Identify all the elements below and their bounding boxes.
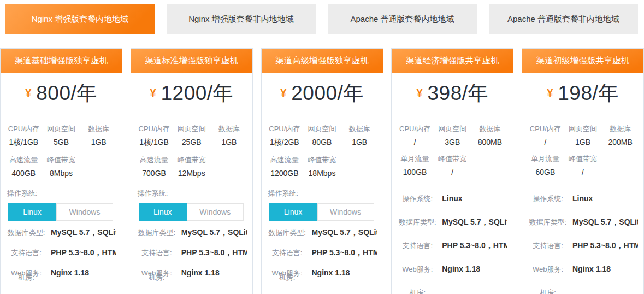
currency-symbol: ¥	[25, 87, 31, 99]
os-toggle: Linux Windows	[269, 203, 375, 221]
os-label: 操作系统:	[131, 184, 252, 203]
card-title: 渠道标准增强版独享虚机	[131, 49, 252, 73]
currency-symbol: ¥	[280, 87, 286, 99]
price-amount: 800	[36, 82, 70, 105]
row-languages: 支持语言:PHP 5.3~8.0，HTM...	[528, 241, 638, 250]
pricing-card-basic: 渠道基础增强版独享虚机 ¥ 800 /年 CPU/内存1核/1GB 网页空间5G…	[0, 48, 122, 294]
spec-cpu: CPU/内存/	[396, 124, 434, 146]
row-web-service: Web服务:Nginx 1.18	[528, 264, 638, 274]
price-amount: 1200	[161, 82, 207, 105]
spec-database: 数据库1GB	[341, 124, 379, 148]
os-option-windows[interactable]: Windows	[56, 203, 113, 221]
spec-grid: CPU/内存/ 网页空间3GB 数据库800MB 单月流量100GB 峰值带宽/	[392, 114, 513, 183]
row-languages: 支持语言:PHP 5.3~8.0，HTM...	[397, 241, 507, 250]
spec-traffic: 高速流量400GB	[5, 155, 43, 178]
spec-traffic: 高速流量1200GB	[266, 155, 304, 178]
row-datacenter: 机房:	[397, 288, 507, 294]
price-block: ¥ 1200 /年	[131, 73, 252, 114]
spec-webspace: 网页空间5GB	[43, 124, 80, 148]
os-option-windows[interactable]: Windows	[317, 203, 374, 221]
os-label: 操作系统:	[262, 184, 383, 203]
price-unit: /年	[338, 80, 364, 107]
spec-webspace: 网页空间1GB	[564, 124, 602, 146]
os-option-linux[interactable]: Linux	[269, 203, 317, 221]
tab-nginx-enhanced-non-mainland[interactable]: Nginx 增强版套餐非内地地域	[167, 4, 316, 34]
spec-bandwidth: 峰值带宽12Mbps	[173, 155, 210, 178]
spec-database: 数据库800MB	[471, 124, 509, 146]
os-toggle: Linux Windows	[8, 203, 114, 221]
price-amount: 2000	[291, 82, 337, 105]
plan-tab-bar: Nginx 增强版套餐内地地域 Nginx 增强版套餐非内地地域 Apache …	[0, 0, 644, 34]
row-db-type: 数据库类型:MySQL 5.7，SQLite	[528, 217, 638, 227]
price-block: ¥ 398 /年	[392, 73, 513, 114]
spec-bandwidth: 峰值带宽8Mbps	[43, 155, 80, 178]
spec-traffic: 单月流量100GB	[396, 154, 434, 177]
spec-traffic: 高速流量700GB	[135, 155, 173, 178]
card-title: 渠道高级增强版独享虚机	[262, 49, 383, 73]
pricing-card-advanced: 渠道高级增强版独享虚机 ¥ 2000 /年 CPU/内存1核/2GB 网页空间8…	[261, 48, 383, 294]
spec-database: 数据库1GB	[80, 124, 117, 148]
price-block: ¥ 198 /年	[522, 73, 643, 114]
price-unit: /年	[207, 80, 233, 107]
card-title: 渠道基础增强版独享虚机	[1, 49, 122, 73]
spec-empty	[341, 155, 379, 178]
row-os: 操作系统:Linux	[397, 194, 507, 203]
pricing-card-standard: 渠道标准增强版独享虚机 ¥ 1200 /年 CPU/内存1核/1GB 网页空间2…	[131, 48, 253, 294]
spec-cpu: CPU/内存1核/2GB	[266, 124, 304, 148]
price-unit: /年	[593, 80, 619, 107]
price-unit: /年	[71, 80, 97, 107]
spec-database: 数据库200MB	[601, 124, 639, 146]
pricing-card-entry: 渠道初级增强版共享虚机 ¥ 198 /年 CPU/内存/ 网页空间1GB 数据库…	[522, 48, 644, 294]
price-block: ¥ 2000 /年	[262, 73, 383, 114]
card-title: 渠道初级增强版共享虚机	[522, 49, 643, 73]
os-label: 操作系统:	[1, 184, 122, 203]
row-web-service: Web服务:Nginx 1.18	[397, 264, 507, 274]
row-db-type: 数据库类型:MySQL 5.7，SQLite	[6, 228, 116, 237]
pricing-card-economy: 渠道经济增强版共享虚机 ¥ 398 /年 CPU/内存/ 网页空间3GB 数据库…	[391, 48, 513, 294]
currency-symbol: ¥	[416, 87, 422, 99]
spec-bandwidth: 峰值带宽18Mbps	[303, 155, 341, 178]
spec-grid: CPU/内存1核/1GB 网页空间5GB 数据库1GB 高速流量400GB 峰值…	[1, 114, 122, 184]
spec-webspace: 网页空间25GB	[173, 124, 210, 148]
spec-webspace: 网页空间80GB	[303, 124, 341, 148]
spec-bandwidth: 峰值带宽/	[564, 154, 602, 177]
spec-grid: CPU/内存1核/2GB 网页空间80GB 数据库1GB 高速流量1200GB …	[262, 114, 383, 184]
row-db-type: 数据库类型:MySQL 5.7，SQLite	[397, 217, 507, 227]
spec-empty	[601, 154, 639, 177]
spec-traffic: 单月流量60GB	[527, 154, 564, 177]
os-toggle: Linux Windows	[139, 203, 245, 221]
os-option-windows[interactable]: Windows	[187, 203, 244, 221]
row-datacenter: 机房:	[528, 288, 638, 294]
price-block: ¥ 800 /年	[1, 73, 122, 114]
row-languages: 支持语言:PHP 5.3~8.0，HTM...	[137, 248, 247, 257]
price-amount: 398	[428, 82, 462, 105]
spec-cpu: CPU/内存/	[527, 124, 564, 146]
spec-empty	[471, 154, 509, 177]
spec-empty	[210, 155, 248, 178]
spec-cpu: CPU/内存1核/1GB	[5, 124, 43, 148]
row-db-type: 数据库类型:MySQL 5.7，SQLite	[137, 228, 247, 237]
spec-database: 数据库1GB	[210, 124, 248, 148]
spec-grid: CPU/内存/ 网页空间1GB 数据库200MB 单月流量60GB 峰值带宽/	[522, 114, 643, 183]
card-title: 渠道经济增强版共享虚机	[392, 49, 513, 73]
row-languages: 支持语言:PHP 5.3~8.0，HTM...	[267, 248, 377, 257]
price-amount: 198	[558, 82, 592, 105]
tab-apache-basic-non-mainland[interactable]: Apache 普通版套餐非内地地域	[489, 4, 638, 34]
price-unit: /年	[462, 80, 488, 107]
tab-apache-basic-mainland[interactable]: Apache 普通版套餐内地地域	[328, 4, 477, 34]
os-option-linux[interactable]: Linux	[8, 203, 56, 221]
currency-symbol: ¥	[547, 87, 553, 99]
currency-symbol: ¥	[150, 87, 156, 99]
row-db-type: 数据库类型:MySQL 5.7，SQLite	[267, 228, 377, 237]
os-option-linux[interactable]: Linux	[139, 203, 187, 221]
row-languages: 支持语言:PHP 5.3~8.0，HTM...	[6, 248, 116, 257]
spec-cpu: CPU/内存1核/1GB	[135, 124, 173, 148]
spec-webspace: 网页空间3GB	[434, 124, 471, 146]
spec-bandwidth: 峰值带宽/	[434, 154, 471, 177]
tab-nginx-enhanced-mainland[interactable]: Nginx 增强版套餐内地地域	[5, 4, 155, 34]
row-os: 操作系统:Linux	[528, 194, 638, 203]
spec-empty	[80, 155, 117, 178]
pricing-cards-row: 渠道基础增强版独享虚机 ¥ 800 /年 CPU/内存1核/1GB 网页空间5G…	[0, 48, 644, 294]
spec-grid: CPU/内存1核/1GB 网页空间25GB 数据库1GB 高速流量700GB 峰…	[131, 114, 252, 184]
